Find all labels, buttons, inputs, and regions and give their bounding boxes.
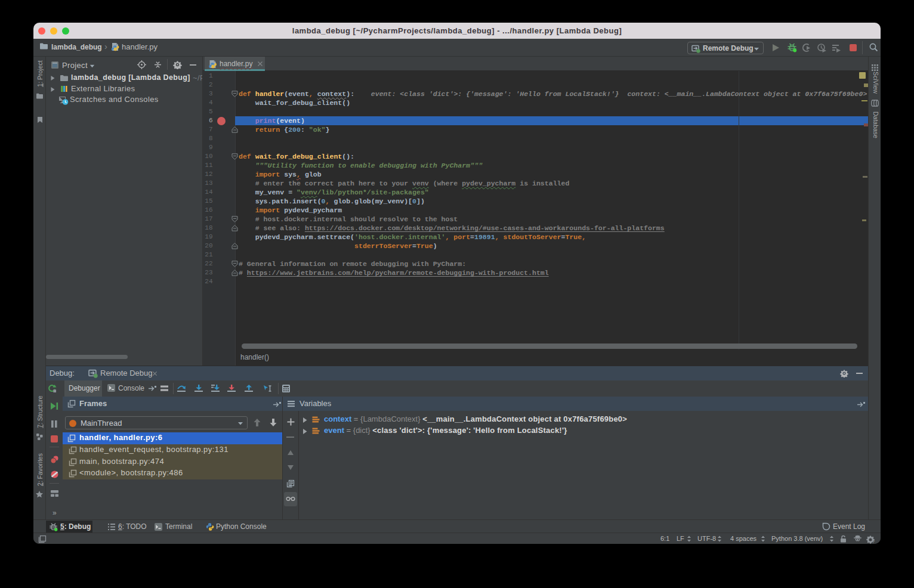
- svg-text:?: ?: [872, 539, 875, 544]
